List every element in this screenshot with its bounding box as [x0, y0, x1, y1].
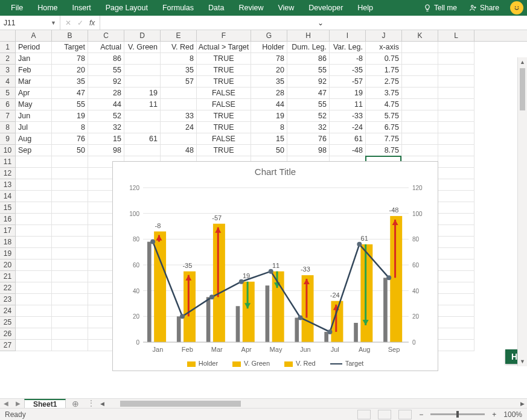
cell[interactable]: 44 [251, 99, 287, 110]
cell[interactable] [16, 179, 52, 191]
cell[interactable]: 52 [287, 110, 330, 122]
cell[interactable] [124, 110, 161, 122]
cell[interactable]: 55 [287, 99, 330, 110]
col-header[interactable]: G [251, 30, 287, 41]
cell[interactable]: 19 [52, 110, 88, 122]
cell[interactable]: V. Green [124, 42, 161, 53]
cell[interactable] [161, 133, 197, 145]
cell[interactable]: 52 [88, 110, 124, 122]
cell[interactable]: TRUE [197, 110, 251, 122]
cell[interactable]: 61 [330, 133, 366, 145]
col-header[interactable]: E [161, 30, 197, 41]
row-header[interactable]: 26 [0, 328, 16, 340]
cell[interactable]: 78 [52, 53, 88, 65]
cell[interactable] [16, 271, 52, 282]
cell[interactable] [402, 110, 438, 122]
cell[interactable]: 86 [287, 53, 330, 65]
cell[interactable] [438, 42, 474, 53]
cell[interactable]: 98 [287, 145, 330, 156]
cell[interactable] [124, 76, 161, 88]
cell[interactable]: 6.75 [366, 122, 402, 133]
cell[interactable] [52, 237, 88, 248]
cell[interactable] [438, 225, 474, 237]
cell[interactable]: May [16, 99, 52, 110]
cell[interactable] [124, 65, 161, 76]
cell[interactable]: -57 [330, 76, 366, 88]
cell[interactable] [52, 328, 88, 340]
cell[interactable] [438, 328, 474, 340]
cell[interactable]: 76 [52, 133, 88, 145]
cell[interactable]: 19 [124, 88, 161, 99]
cell[interactable] [438, 305, 474, 317]
ribbon-tab-home[interactable]: Home [30, 0, 65, 16]
cell[interactable]: 8 [52, 122, 88, 133]
col-header[interactable]: J [366, 30, 402, 41]
feedback-smiley-icon[interactable] [510, 1, 523, 14]
cell[interactable] [16, 294, 52, 305]
cell[interactable]: 32 [287, 122, 330, 133]
cell[interactable] [438, 317, 474, 328]
cell[interactable] [402, 122, 438, 133]
cell[interactable] [52, 317, 88, 328]
view-normal-icon[interactable] [357, 410, 371, 419]
cell[interactable] [52, 271, 88, 282]
cell[interactable] [52, 214, 88, 225]
cell[interactable] [438, 156, 474, 168]
cell[interactable] [438, 122, 474, 133]
cell[interactable] [16, 202, 52, 214]
row-header[interactable]: 8 [0, 122, 16, 133]
cell[interactable] [438, 76, 474, 88]
ribbon-tab-review[interactable]: Review [231, 0, 270, 16]
cell[interactable]: 47 [52, 88, 88, 99]
ribbon-tab-data[interactable]: Data [201, 0, 231, 16]
cell[interactable]: 61 [124, 133, 161, 145]
cell[interactable]: 50 [52, 145, 88, 156]
cell[interactable] [52, 282, 88, 294]
cell[interactable]: 15 [88, 133, 124, 145]
cell[interactable] [124, 145, 161, 156]
row-header[interactable]: 24 [0, 305, 16, 317]
name-box[interactable]: J11 ▼ [0, 16, 60, 30]
cell[interactable]: 33 [161, 110, 197, 122]
cell[interactable]: -8 [330, 53, 366, 65]
cell[interactable] [438, 88, 474, 99]
cell[interactable]: TRUE [197, 53, 251, 65]
cell[interactable] [438, 237, 474, 248]
cell[interactable]: 19 [330, 88, 366, 99]
col-header[interactable]: B [52, 30, 88, 41]
cell[interactable]: Jan [16, 53, 52, 65]
cell[interactable] [438, 294, 474, 305]
row-header[interactable]: 23 [0, 294, 16, 305]
cell[interactable]: 3.75 [366, 88, 402, 99]
cell[interactable] [161, 88, 197, 99]
vertical-scrollbar[interactable]: ▲ ▼ [517, 57, 527, 366]
hscroll-left-icon[interactable]: ◀ [97, 399, 107, 408]
cell[interactable]: 8.75 [366, 145, 402, 156]
row-header[interactable]: 21 [0, 271, 16, 282]
cell[interactable] [402, 76, 438, 88]
hscroll-right-icon[interactable]: ▶ [517, 399, 527, 408]
cell[interactable] [16, 191, 52, 202]
cell[interactable]: 35 [161, 65, 197, 76]
cell[interactable] [52, 259, 88, 271]
cell[interactable]: -35 [330, 65, 366, 76]
cell[interactable]: Var. Leg. [330, 42, 366, 53]
cell[interactable] [16, 168, 52, 179]
cell[interactable] [438, 133, 474, 145]
row-header[interactable]: 25 [0, 317, 16, 328]
sheet-tab[interactable]: Sheet1 [24, 399, 66, 408]
row-header[interactable]: 15 [0, 202, 16, 214]
row-header[interactable]: 20 [0, 259, 16, 271]
formula-input[interactable] [100, 16, 313, 30]
cell[interactable]: 28 [251, 88, 287, 99]
cell[interactable]: 55 [52, 99, 88, 110]
cell[interactable]: FALSE [197, 99, 251, 110]
row-header[interactable]: 10 [0, 145, 16, 156]
cell[interactable]: 20 [52, 65, 88, 76]
col-header[interactable]: A [16, 30, 52, 41]
cell[interactable] [438, 145, 474, 156]
cell[interactable]: 20 [251, 65, 287, 76]
embedded-chart[interactable]: Chart Title 0020204040606080801001001201… [112, 161, 438, 371]
cell[interactable]: -24 [330, 122, 366, 133]
cell[interactable] [16, 259, 52, 271]
